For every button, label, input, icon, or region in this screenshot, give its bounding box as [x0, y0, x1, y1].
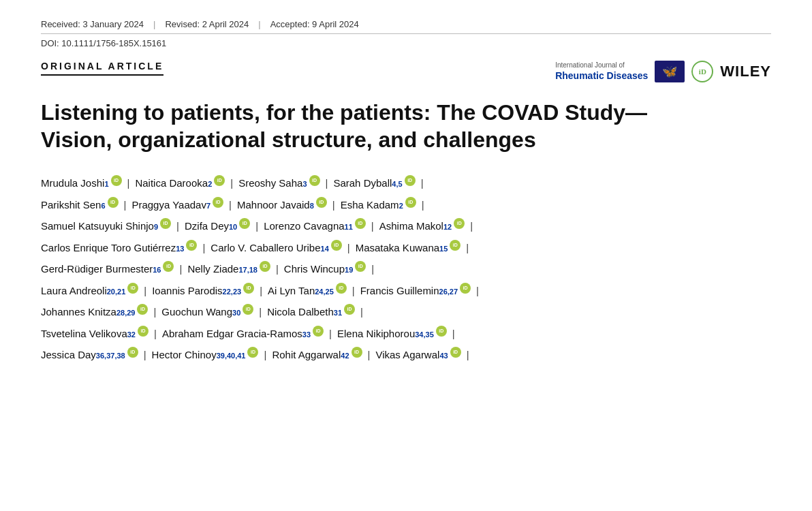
author-entry: Esha Kadam2 — [341, 194, 416, 216]
author-separator: | — [229, 194, 232, 216]
author-separator: | — [154, 323, 157, 345]
orcid-icon — [355, 218, 366, 229]
orcid-icon — [450, 347, 461, 358]
author-entry: Ashima Makol12 — [379, 215, 465, 237]
journal-name-main: Rheumatic Diseases — [555, 69, 648, 82]
doi-text: DOI: 10.1111/1756-185X.15161 — [41, 38, 166, 48]
author-entry: Lorenzo Cavagna11 — [264, 215, 366, 237]
author-entry: Laura Andreoli20,21 — [41, 280, 138, 302]
author-name: Abraham Edgar Gracia-Ramos — [162, 323, 302, 345]
author-entry: Abraham Edgar Gracia-Ramos33 — [162, 323, 324, 345]
orcid-icon — [111, 175, 122, 186]
author-name: Carlos Enrique Toro Gutiérrez — [41, 237, 176, 259]
article-title: Listening to patients, for the patients:… — [41, 99, 654, 153]
author-entry: Carlos Enrique Toro Gutiérrez13 — [41, 237, 197, 259]
author-line-7: Tsvetelina Velikova32|Abraham Edgar Grac… — [41, 323, 771, 345]
author-entry: Ioannis Parodis22,23 — [152, 280, 254, 302]
author-separator: | — [368, 344, 371, 366]
author-line-1: Parikshit Sen6|Praggya Yaadav7|Mahnoor J… — [41, 194, 771, 216]
author-name: Jessica Day — [41, 344, 96, 366]
author-separator: | — [326, 172, 328, 194]
author-separator: | — [467, 344, 469, 366]
author-separator: | — [202, 237, 205, 259]
orcid-icon — [127, 347, 138, 358]
orcid-icon — [450, 240, 460, 251]
journal-icon: 🦋 — [662, 64, 677, 79]
author-separator: | — [422, 194, 424, 216]
orcid-icon — [243, 283, 254, 294]
author-name: Sarah Dyball — [333, 172, 392, 194]
author-entry: Mrudula Joshi1 — [41, 172, 122, 194]
sep1: | — [153, 19, 155, 29]
authors-section: Mrudula Joshi1|Naitica Darooka2|Sreoshy … — [41, 172, 771, 366]
orcid-icon — [163, 261, 174, 272]
orcid-icon — [352, 347, 362, 358]
orcid-icon — [243, 304, 253, 315]
author-separator: | — [179, 258, 182, 280]
author-entry: Rohit Aggarwal42 — [272, 344, 362, 366]
author-separator: | — [371, 258, 374, 280]
author-entry: Praggya Yaadav7 — [131, 194, 223, 216]
author-entry: Hector Chinoy39,40,41 — [152, 344, 259, 366]
author-separator: | — [371, 215, 374, 237]
author-separator: | — [260, 280, 262, 302]
orcid-icon — [186, 240, 197, 251]
author-entry: Guochun Wang30 — [161, 301, 253, 323]
author-name: Carlo V. Caballero Uribe — [210, 237, 320, 259]
author-separator: | — [264, 344, 266, 366]
author-name: Parikshit Sen — [41, 194, 101, 216]
orcid-icon — [127, 283, 138, 294]
author-separator: | — [452, 323, 455, 345]
author-entry: Chris Wincup19 — [284, 258, 366, 280]
author-name: Gerd-Rüdiger Burmester — [41, 258, 153, 280]
author-separator: | — [276, 258, 279, 280]
author-entry: Samuel Katsuyuki Shinjo9 — [41, 215, 171, 237]
author-name: Lorenzo Cavagna — [264, 215, 344, 237]
journal-name-top: International Journal of — [555, 61, 648, 69]
orcid-icon — [213, 197, 223, 208]
author-entry: Tsvetelina Velikova32 — [41, 323, 149, 345]
orcid-icon — [214, 175, 225, 186]
header-row: ORIGINAL ARTICLE International Journal o… — [41, 61, 771, 82]
author-entry: Francis Guillemin26,27 — [360, 280, 471, 302]
journal-name-block: International Journal of Rheumatic Disea… — [555, 61, 648, 82]
orcid-icon — [138, 326, 149, 337]
revised-date: Revised: 2 April 2024 — [165, 19, 249, 29]
orcid-icon — [260, 261, 270, 272]
author-entry: Parikshit Sen6 — [41, 194, 119, 216]
author-separator: | — [259, 301, 262, 323]
author-entry: Sarah Dyball4,5 — [333, 172, 415, 194]
author-separator: | — [230, 172, 233, 194]
author-line-6: Johannes Knitza28,29|Guochun Wang30|Nico… — [41, 301, 771, 323]
author-name: Vikas Agarwal — [375, 344, 439, 366]
author-name: Praggya Yaadav — [131, 194, 206, 216]
author-entry: Sreoshy Saha3 — [238, 172, 319, 194]
author-name: Rohit Aggarwal — [272, 344, 341, 366]
author-name: Nicola Dalbeth — [267, 301, 334, 323]
author-entry: Carlo V. Caballero Uribe14 — [210, 237, 341, 259]
author-entry: Gerd-Rüdiger Burmester16 — [41, 258, 174, 280]
author-entry: Ai Lyn Tan24,25 — [268, 280, 347, 302]
author-separator: | — [144, 280, 146, 302]
orcid-icon — [108, 197, 119, 208]
author-name: Johannes Knitza — [41, 301, 116, 323]
author-name: Samuel Katsuyuki Shinjo — [41, 215, 154, 237]
author-name: Guochun Wang — [161, 301, 232, 323]
author-separator: | — [476, 280, 479, 302]
received-date: Received: 3 January 2024 — [41, 19, 144, 29]
author-name: Mahnoor Javaid — [237, 194, 310, 216]
author-line-4: Gerd-Rüdiger Burmester16|Nelly Ziade17,1… — [41, 258, 771, 280]
article-type: ORIGINAL ARTICLE — [41, 61, 163, 76]
author-name: Esha Kadam — [341, 194, 399, 216]
author-separator: | — [421, 172, 424, 194]
author-name: Naitica Darooka — [135, 172, 208, 194]
author-separator: | — [124, 194, 127, 216]
author-name: Dzifa Dey — [185, 215, 229, 237]
author-name: Mrudula Joshi — [41, 172, 104, 194]
orcid-icon — [160, 218, 171, 229]
author-name: Hector Chinoy — [152, 344, 217, 366]
author-name: Francis Guillemin — [360, 280, 439, 302]
page: Received: 3 January 2024 | Revised: 2 Ap… — [0, 0, 812, 511]
orcid-icon — [460, 283, 471, 294]
author-separator: | — [255, 215, 258, 237]
